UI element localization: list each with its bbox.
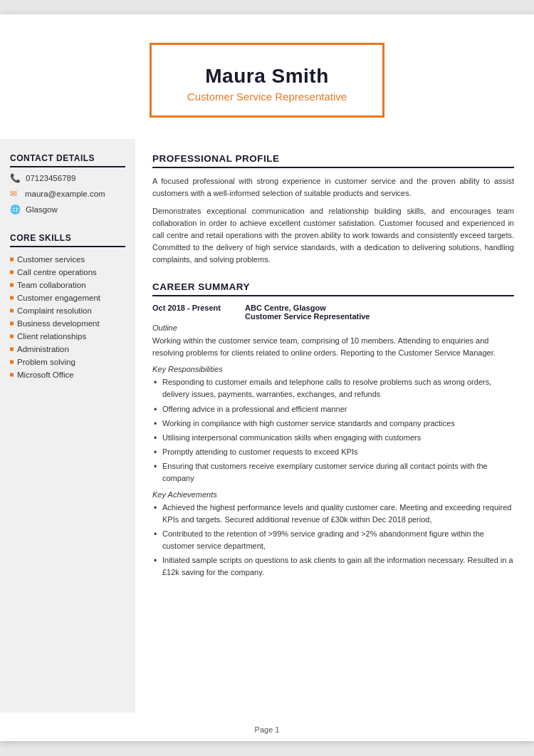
profile-para2: Demonstrates exceptional communication a… — [152, 205, 514, 266]
candidate-title: Customer Service Representative — [180, 90, 354, 103]
skill-item: Microsoft Office — [10, 368, 125, 381]
skill-item: Team collaboration — [10, 279, 125, 291]
outline-label: Outline — [152, 323, 514, 332]
profile-para1: A focused professional with strong exper… — [152, 175, 514, 200]
main-content: PROFESSIONAL PROFILE A focused professio… — [135, 139, 534, 713]
responsibility-item: Working in compliance with high customer… — [152, 418, 514, 430]
location-text: Glasgow — [26, 205, 58, 214]
location-icon: 🌐 — [10, 204, 21, 214]
skill-item: Customer services — [10, 253, 125, 266]
achievement-item: Initiated sample scripts on questions to… — [152, 554, 514, 579]
email-address: maura@example.com — [25, 190, 105, 198]
skills-section-title: CORE SKILLS — [10, 233, 125, 247]
candidate-name: Maura Smith — [180, 65, 354, 88]
phone-number: 07123456789 — [26, 174, 75, 182]
contact-location: 🌐 Glasgow — [10, 204, 125, 214]
page-footer: Page 1 — [0, 713, 534, 741]
skills-list: Customer services Call centre operations… — [10, 253, 125, 381]
responsibilities-list: Responding to customer emails and teleph… — [152, 376, 514, 484]
achievements-list: Achieved the highest performance levels … — [152, 502, 514, 579]
responsibility-item: Utilising interpersonal communication sk… — [152, 432, 514, 444]
email-icon: ✉ — [10, 189, 20, 199]
resume-page: Maura Smith Customer Service Representat… — [0, 14, 534, 741]
skill-item: Problem solving — [10, 356, 125, 368]
career-header: Oct 2018 - Present ABC Centre, Glasgow C… — [152, 304, 514, 321]
contact-section-title: CONTACT DETAILS — [10, 153, 125, 167]
responsibility-item: Promptly attending to customer requests … — [152, 446, 514, 458]
responsibility-item: Ensuring that customers receive exemplar… — [152, 460, 514, 485]
header-box: Maura Smith Customer Service Representat… — [150, 43, 384, 118]
skill-item: Complaint resolution — [10, 304, 125, 317]
contact-phone: 📞 07123456789 — [10, 173, 125, 183]
skill-item: Business development — [10, 317, 125, 330]
responsibilities-label: Key Responsibilities — [152, 365, 514, 373]
responsibility-item: Offering advice in a professional and ef… — [152, 403, 514, 415]
profile-section-title: PROFESSIONAL PROFILE — [152, 153, 514, 168]
skill-item: Call centre operations — [10, 266, 125, 279]
career-dates: Oct 2018 - Present — [152, 304, 231, 321]
achievements-label: Key Achievements — [152, 490, 514, 499]
achievement-item: Achieved the highest performance levels … — [152, 502, 514, 526]
sidebar: CONTACT DETAILS 📞 07123456789 ✉ maura@ex… — [0, 139, 135, 713]
career-org: ABC Centre, Glasgow — [245, 304, 370, 312]
career-role: Customer Service Representative — [245, 312, 370, 321]
career-org-role: ABC Centre, Glasgow Customer Service Rep… — [245, 304, 370, 321]
career-section-title: CAREER SUMMARY — [152, 281, 514, 296]
achievement-item: Contributed to the retention of >99% ser… — [152, 528, 514, 552]
skill-item: Client relationships — [10, 330, 125, 343]
page-number: Page 1 — [255, 725, 280, 734]
phone-icon: 📞 — [10, 173, 21, 183]
skill-item: Customer engagement — [10, 291, 125, 304]
responsibility-item: Responding to customer emails and teleph… — [152, 376, 514, 400]
contact-email: ✉ maura@example.com — [10, 189, 125, 199]
outline-text: Working within the customer service team… — [152, 335, 514, 359]
skill-item: Administration — [10, 343, 125, 356]
resume-body: CONTACT DETAILS 📞 07123456789 ✉ maura@ex… — [0, 139, 534, 713]
career-entry: Oct 2018 - Present ABC Centre, Glasgow C… — [152, 304, 514, 579]
